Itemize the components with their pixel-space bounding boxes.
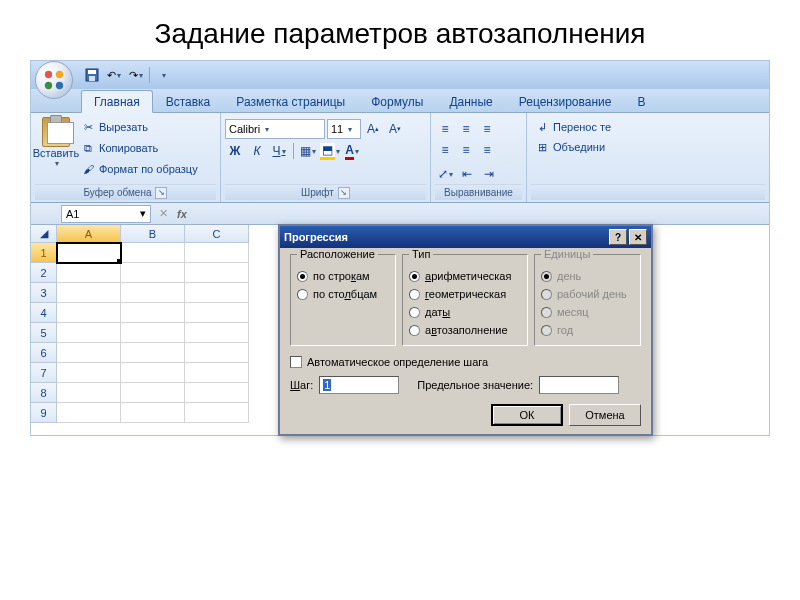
paste-button[interactable]: Вставить ▾ [35, 115, 77, 168]
namebox-dropdown-icon[interactable]: ▾ [140, 207, 146, 220]
cell[interactable] [185, 383, 249, 403]
row-header[interactable]: 8 [31, 383, 57, 403]
cell[interactable] [57, 263, 121, 283]
cell[interactable] [121, 283, 185, 303]
ok-button[interactable]: ОК [491, 404, 563, 426]
row-header[interactable]: 5 [31, 323, 57, 343]
qat-customize-icon[interactable]: ▾ [153, 65, 173, 85]
tab-view[interactable]: В [624, 90, 658, 112]
cell[interactable] [121, 243, 185, 263]
tab-home[interactable]: Главная [81, 90, 153, 113]
cell[interactable] [121, 303, 185, 323]
row-header[interactable]: 6 [31, 343, 57, 363]
font-launcher-icon[interactable]: ↘ [338, 187, 350, 199]
cell[interactable] [57, 303, 121, 323]
radio-dates[interactable]: даты [409, 303, 521, 321]
fill-color-button[interactable]: ⬒▾ [320, 141, 340, 161]
step-input[interactable]: 1 [319, 376, 399, 394]
cell[interactable] [121, 383, 185, 403]
fx-icon[interactable]: fx [174, 208, 190, 220]
tab-data[interactable]: Данные [436, 90, 505, 112]
cell[interactable] [185, 283, 249, 303]
cell[interactable] [185, 303, 249, 323]
bold-button[interactable]: Ж [225, 141, 245, 161]
cell[interactable] [185, 323, 249, 343]
cell[interactable] [185, 343, 249, 363]
radio-auto[interactable]: автозаполнение [409, 321, 521, 339]
radio-cols[interactable]: по столбцам [297, 285, 389, 303]
name-box[interactable]: A1▾ [61, 205, 151, 223]
limit-input[interactable] [539, 376, 619, 394]
align-right-icon[interactable]: ≡ [477, 140, 497, 160]
radio-rows[interactable]: по строкам [297, 267, 389, 285]
cut-button[interactable]: ✂Вырезать [81, 117, 198, 137]
cell[interactable] [57, 363, 121, 383]
col-header[interactable]: B [121, 225, 185, 243]
font-color-button[interactable]: A▾ [342, 141, 362, 161]
svg-point-2 [45, 82, 52, 89]
clipboard-launcher-icon[interactable]: ↘ [155, 187, 167, 199]
autostep-checkbox[interactable]: Автоматическое определение шага [290, 356, 641, 368]
orientation-icon[interactable]: ⤢▾ [435, 164, 455, 184]
wrap-text-button[interactable]: ↲Перенос те [535, 117, 611, 137]
cancel-button[interactable]: Отмена [569, 404, 641, 426]
undo-icon[interactable]: ↶▾ [104, 65, 124, 85]
office-button[interactable] [35, 61, 73, 99]
row-header[interactable]: 1 [31, 243, 57, 263]
cell[interactable] [57, 343, 121, 363]
cell[interactable] [121, 263, 185, 283]
tab-layout[interactable]: Разметка страницы [223, 90, 358, 112]
cancel-formula-icon[interactable]: ✕ [159, 207, 168, 220]
col-header[interactable]: A [57, 225, 121, 243]
select-all-corner[interactable]: ◢ [31, 225, 57, 243]
cell-a1[interactable] [57, 243, 121, 263]
help-button[interactable]: ? [609, 229, 627, 245]
merge-button[interactable]: ⊞Объедини [535, 137, 605, 157]
dialog-titlebar[interactable]: Прогрессия ? ✕ [280, 226, 651, 248]
radio-geo[interactable]: геометрическая [409, 285, 521, 303]
align-top-icon[interactable]: ≡ [435, 119, 455, 139]
cell[interactable] [57, 383, 121, 403]
row-header[interactable]: 4 [31, 303, 57, 323]
cell[interactable] [121, 343, 185, 363]
row-header[interactable]: 9 [31, 403, 57, 423]
copy-button[interactable]: ⧉Копировать [81, 138, 198, 158]
italic-button[interactable]: К [247, 141, 267, 161]
font-name-combo[interactable]: Calibri▾ [225, 119, 325, 139]
cell[interactable] [57, 283, 121, 303]
align-center-icon[interactable]: ≡ [456, 140, 476, 160]
tab-insert[interactable]: Вставка [153, 90, 224, 112]
align-mid-icon[interactable]: ≡ [456, 119, 476, 139]
cell[interactable] [185, 243, 249, 263]
merge-label: Объедини [553, 141, 605, 153]
shrink-font-icon[interactable]: A▾ [385, 119, 405, 139]
align-left-icon[interactable]: ≡ [435, 140, 455, 160]
grow-font-icon[interactable]: A▴ [363, 119, 383, 139]
save-icon[interactable] [82, 65, 102, 85]
inc-indent-icon[interactable]: ⇥ [479, 164, 499, 184]
cell[interactable] [121, 363, 185, 383]
radio-arith[interactable]: арифметическая [409, 267, 521, 285]
tab-formulas[interactable]: Формулы [358, 90, 436, 112]
tab-review[interactable]: Рецензирование [506, 90, 625, 112]
fill-handle[interactable] [117, 259, 122, 264]
row-header[interactable]: 7 [31, 363, 57, 383]
cell[interactable] [57, 403, 121, 423]
cell[interactable] [121, 403, 185, 423]
align-bot-icon[interactable]: ≡ [477, 119, 497, 139]
row-header[interactable]: 2 [31, 263, 57, 283]
cell[interactable] [185, 263, 249, 283]
close-button[interactable]: ✕ [629, 229, 647, 245]
format-painter-button[interactable]: 🖌Формат по образцу [81, 159, 198, 179]
underline-button[interactable]: Ч▾ [269, 141, 289, 161]
cell[interactable] [185, 363, 249, 383]
col-header[interactable]: C [185, 225, 249, 243]
borders-button[interactable]: ▦▾ [298, 141, 318, 161]
font-size-combo[interactable]: 11▾ [327, 119, 361, 139]
cell[interactable] [121, 323, 185, 343]
cell[interactable] [57, 323, 121, 343]
row-header[interactable]: 3 [31, 283, 57, 303]
dec-indent-icon[interactable]: ⇤ [457, 164, 477, 184]
cell[interactable] [185, 403, 249, 423]
redo-icon[interactable]: ↷▾ [126, 65, 146, 85]
